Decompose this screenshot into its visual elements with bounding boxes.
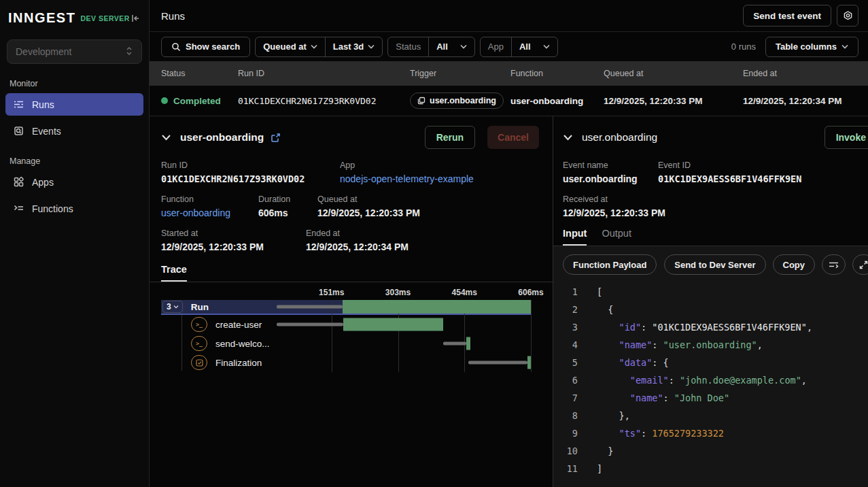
run-title: user-onboarding [180, 131, 264, 144]
logo-row: INNGEST DEV SERVER [0, 0, 149, 31]
environment-select[interactable]: Development [7, 39, 142, 64]
trace-row-send-welcome[interactable]: >_ send-welco... [161, 334, 531, 353]
tab-input[interactable]: Input [563, 228, 587, 246]
finalization-check-icon [191, 355, 207, 370]
sidebar-item-runs[interactable]: Runs [5, 93, 143, 116]
sidebar-section-monitor: Monitor [10, 79, 139, 88]
sidebar-item-functions[interactable]: Functions [5, 197, 143, 220]
app-label: App [340, 161, 474, 170]
trace-row-run[interactable]: 3 Run [161, 300, 531, 315]
time-range-dropdown[interactable]: Last 3d [325, 37, 383, 56]
function-payload-button[interactable]: Function Payload [563, 254, 657, 275]
code-line: 3 "id": "01KC1DEX9AESS6BF1V46FFK9EN", [553, 318, 868, 336]
events-icon [13, 125, 24, 137]
event-name-value: user.onboarding [563, 173, 658, 184]
collapse-chevron-icon[interactable] [161, 134, 171, 141]
collapse-chevron-icon[interactable] [563, 134, 573, 141]
trace-row-finalization[interactable]: Finalization [161, 353, 531, 372]
topbar: Runs Send test event [150, 0, 868, 32]
cancel-button[interactable]: Cancel [487, 126, 539, 149]
line-number: 2 [553, 301, 578, 318]
sidebar-item-label: Runs [32, 99, 54, 110]
event-detail-panel: user.onboarding Invoke Event name user.o… [553, 116, 868, 487]
app-filter-dropdown[interactable]: All [511, 37, 557, 56]
queued-at-cell: 12/9/2025, 12:20:33 PM [604, 96, 743, 106]
trace-row-create-user[interactable]: >_ create-user [161, 315, 531, 334]
runs-table-header: Status Run ID Trigger Function Queued at… [150, 61, 868, 86]
line-number: 7 [553, 389, 578, 407]
table-row[interactable]: Completed 01KC1DEXCHR2N617Z93RK0VD02 use… [150, 86, 868, 116]
sidebar-item-events[interactable]: Events [5, 120, 143, 142]
code-line: 4 "name": "user.onboarding", [553, 336, 868, 354]
settings-button[interactable] [837, 5, 858, 27]
external-link-icon[interactable] [271, 133, 281, 143]
app-window: INNGEST DEV SERVER Development Monitor [0, 0, 868, 487]
ended-at-cell: 12/9/2025, 12:20:34 PM [743, 96, 868, 106]
time-field-dropdown[interactable]: Queued at [256, 37, 325, 56]
code-line: 5 "data": { [553, 354, 868, 371]
ended-at-label: Ended at [306, 229, 409, 238]
chevron-down-icon [841, 44, 848, 49]
word-wrap-button[interactable] [822, 254, 846, 275]
expand-icon [859, 261, 868, 269]
trace-tabbar: Trace [150, 263, 553, 282]
sidebar-item-apps[interactable]: Apps [5, 171, 143, 193]
event-id-label: Event ID [658, 161, 801, 170]
queued-at-value: 12/9/2025, 12:20:33 PM [317, 207, 420, 218]
show-search-button[interactable]: Show search [161, 37, 250, 57]
line-number: 11 [553, 460, 578, 477]
sidebar: INNGEST DEV SERVER Development Monitor [0, 0, 150, 487]
axis-tick: 151ms [319, 288, 344, 297]
run-id-label: Run ID [161, 161, 340, 170]
chevron-down-icon [543, 44, 550, 49]
run-detail-panel: user-onboarding Rerun Cancel Run I [150, 116, 553, 487]
line-number: 5 [553, 354, 578, 371]
app-filter-group: App All [480, 37, 558, 57]
send-to-dev-server-button[interactable]: Send to Dev Server [664, 254, 765, 275]
tab-output[interactable]: Output [602, 228, 631, 246]
page-title: Runs [161, 10, 185, 22]
sidebar-item-label: Functions [32, 203, 73, 214]
sidebar-collapse-icon[interactable] [130, 13, 141, 24]
line-number: 6 [553, 371, 578, 389]
send-test-event-button[interactable]: Send test event [743, 5, 831, 27]
trace-track [265, 353, 531, 372]
line-number: 4 [553, 336, 578, 354]
function-link[interactable]: user-onboarding [161, 207, 258, 218]
table-columns-button[interactable]: Table columns [765, 37, 858, 57]
axis-tick: 454ms [452, 288, 477, 297]
trigger-badge[interactable]: user.onboarding [410, 93, 504, 109]
step-count-badge[interactable]: 3 [162, 301, 183, 313]
column-header-ended-at: Ended at [743, 69, 868, 78]
trace-row-label: Run [191, 302, 209, 312]
filter-bar: Show search Queued at Last 3d Status [150, 32, 868, 61]
tab-trace[interactable]: Trace [161, 264, 187, 282]
column-header-run-id: Run ID [238, 69, 410, 78]
trace-track [265, 315, 531, 334]
axis-tick: 303ms [385, 288, 411, 297]
line-number: 10 [553, 442, 578, 460]
column-header-function: Function [510, 69, 604, 78]
invoke-button[interactable]: Invoke [824, 126, 868, 149]
copy-button[interactable]: Copy [773, 254, 816, 275]
expand-button[interactable] [852, 254, 868, 275]
event-id-value: 01KC1DEX9AESS6BF1V46FFK9EN [658, 173, 801, 184]
app-link[interactable]: nodejs-open-telemetry-example [340, 173, 474, 184]
status-filter-dropdown[interactable]: All [428, 37, 474, 56]
queued-at-label: Queued at [317, 195, 420, 204]
duration-label: Duration [258, 195, 317, 204]
runs-count: 0 runs [731, 41, 756, 52]
word-wrap-icon [829, 261, 839, 269]
event-name-label: Event name [563, 161, 658, 170]
sidebar-item-label: Events [32, 126, 61, 137]
received-at-label: Received at [563, 195, 665, 204]
run-id-cell: 01KC1DEXCHR2N617Z93RK0VD02 [238, 96, 410, 106]
runs-icon [13, 99, 24, 110]
trace-row-label: send-welco... [215, 339, 270, 349]
rerun-button[interactable]: Rerun [425, 126, 475, 149]
event-copy-icon [417, 97, 426, 105]
json-code-viewer: 1[2 {3 "id": "01KC1DEX9AESS6BF1V46FFK9EN… [553, 280, 868, 487]
started-at-value: 12/9/2025, 12:20:33 PM [161, 241, 306, 252]
detail-panels: user-onboarding Rerun Cancel Run I [150, 116, 868, 487]
received-at-value: 12/9/2025, 12:20:33 PM [563, 207, 665, 218]
